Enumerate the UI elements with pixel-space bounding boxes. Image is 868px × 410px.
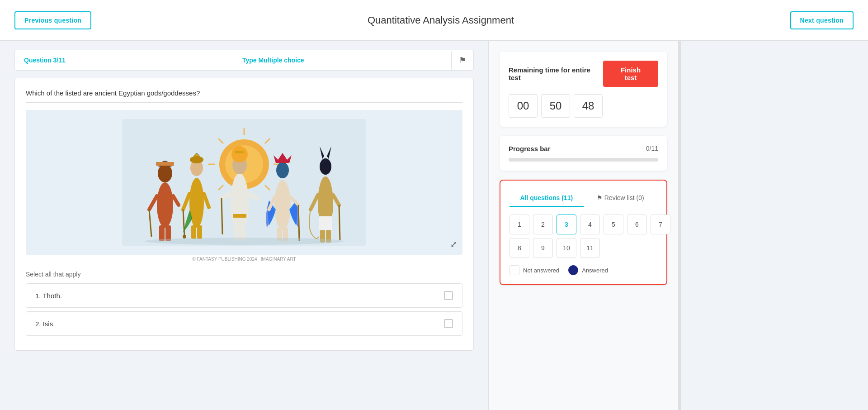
- content-area: Question 3/11 Type Multiple choice ⚑ Whi…: [0, 41, 488, 410]
- progress-title: Progress bar: [509, 145, 551, 153]
- type-label: Type: [242, 57, 259, 64]
- svg-point-46: [320, 158, 331, 175]
- question-number-btn-5[interactable]: 5: [604, 215, 623, 234]
- header: Previous question Quantitative Analysis …: [0, 0, 868, 41]
- timer-header: Remaining time for entire test Finish te…: [509, 61, 658, 87]
- timer-minutes: 50: [541, 94, 570, 118]
- answer-option-2[interactable]: 2. Isis.: [26, 311, 462, 336]
- answer-label-1: 1. Thoth.: [35, 292, 62, 300]
- flag-button[interactable]: ⚑: [451, 51, 473, 70]
- svg-rect-31: [235, 151, 244, 153]
- svg-point-21: [190, 156, 203, 163]
- svg-point-39: [276, 162, 289, 178]
- select-all-label: Select all that apply: [26, 271, 462, 278]
- question-value: 3/11: [53, 57, 66, 64]
- not-answered-box: [509, 265, 519, 275]
- expand-icon[interactable]: ⤢: [450, 239, 457, 249]
- svg-rect-50: [319, 216, 332, 230]
- svg-line-49: [339, 205, 340, 240]
- question-number-btn-8[interactable]: 8: [509, 238, 529, 258]
- progress-count: 0/11: [646, 145, 658, 153]
- question-number-btn-2[interactable]: 2: [533, 215, 553, 234]
- answer-checkbox-1[interactable]: [444, 291, 453, 300]
- svg-rect-26: [191, 225, 196, 239]
- type-value: Multiple choice: [259, 57, 304, 64]
- timer-display: 00 50 48: [509, 94, 658, 118]
- question-card: Which of the listed are ancient Egyptian…: [14, 78, 474, 351]
- question-number-btn-9[interactable]: 9: [533, 238, 553, 258]
- question-label: Question: [24, 57, 53, 64]
- timer-seconds: 48: [574, 94, 603, 118]
- scrollbar-edge: [678, 41, 681, 410]
- svg-point-19: [189, 178, 204, 228]
- answer-checkbox-2[interactable]: [444, 319, 453, 328]
- answered-box: [568, 265, 578, 275]
- svg-point-25: [183, 235, 186, 238]
- answered-label: Answered: [582, 267, 608, 274]
- previous-question-button[interactable]: Previous question: [14, 11, 91, 29]
- page-title: Quantitative Analysis Assignment: [368, 14, 514, 26]
- question-number-btn-11[interactable]: 11: [580, 238, 600, 258]
- egyptian-gods-illustration: [122, 119, 366, 246]
- svg-point-28: [231, 173, 249, 232]
- tab-review-list[interactable]: ⚑ Review list (0): [584, 190, 658, 207]
- svg-rect-13: [156, 162, 174, 166]
- timer-title: Remaining time for entire test: [509, 66, 603, 81]
- svg-point-53: [145, 238, 344, 245]
- svg-rect-35: [233, 214, 246, 218]
- sidebar: Remaining time for entire test Finish te…: [488, 41, 678, 410]
- question-number-btn-10[interactable]: 10: [557, 238, 576, 258]
- legend-not-answered: Not answered: [509, 265, 559, 275]
- question-meta-bar: Question 3/11 Type Multiple choice ⚑: [14, 50, 474, 71]
- svg-line-42: [298, 205, 299, 241]
- progress-bar-track: [509, 158, 658, 162]
- answers-container: 1. Thoth. 2. Isis.: [26, 283, 462, 336]
- flag-icon-small: ⚑: [597, 194, 604, 201]
- progress-section: Progress bar 0/11: [500, 136, 667, 171]
- timer-section: Remaining time for entire test Finish te…: [500, 52, 667, 127]
- timer-hours: 00: [509, 94, 538, 118]
- progress-header: Progress bar 0/11: [509, 145, 658, 153]
- main-layout: Question 3/11 Type Multiple choice ⚑ Whi…: [0, 41, 868, 410]
- next-question-button[interactable]: Next question: [790, 11, 854, 29]
- tab-all-questions[interactable]: All questions (11): [509, 190, 584, 207]
- question-number: Question 3/11: [15, 50, 233, 70]
- not-answered-label: Not answered: [523, 267, 559, 274]
- question-numbers-row2: 891011: [509, 238, 657, 258]
- flag-icon: ⚑: [459, 56, 466, 65]
- question-nav-section: All questions (11) ⚑ Review list (0) 123…: [500, 180, 667, 285]
- svg-point-30: [231, 146, 248, 162]
- svg-point-38: [274, 180, 291, 230]
- svg-rect-27: [197, 225, 202, 239]
- svg-point-12: [158, 164, 172, 182]
- svg-rect-17: [159, 225, 165, 241]
- question-text: Which of the listed are ancient Egyptian…: [26, 89, 462, 103]
- question-number-btn-7[interactable]: 7: [651, 215, 670, 234]
- finish-test-button[interactable]: Finish test: [603, 61, 658, 87]
- question-number-btn-6[interactable]: 6: [627, 215, 647, 234]
- question-number-btn-4[interactable]: 4: [580, 215, 600, 234]
- svg-point-11: [157, 182, 173, 228]
- image-caption: © FANTASY PUBLISHING 2024 · IMAGINARY AR…: [26, 257, 462, 262]
- nav-tabs: All questions (11) ⚑ Review list (0): [509, 190, 657, 207]
- answer-option-1[interactable]: 1. Thoth.: [26, 283, 462, 308]
- svg-line-34: [222, 198, 222, 234]
- question-numbers-row1: 1234567: [509, 215, 657, 234]
- legend-answered: Answered: [568, 265, 608, 275]
- question-number-btn-1[interactable]: 1: [509, 215, 529, 234]
- question-type: Type Multiple choice: [233, 50, 451, 70]
- question-image-container: ⤢: [26, 110, 462, 255]
- legend: Not answered Answered: [509, 265, 657, 275]
- answer-label-2: 2. Isis.: [35, 320, 55, 328]
- question-number-btn-3[interactable]: 3: [557, 215, 576, 234]
